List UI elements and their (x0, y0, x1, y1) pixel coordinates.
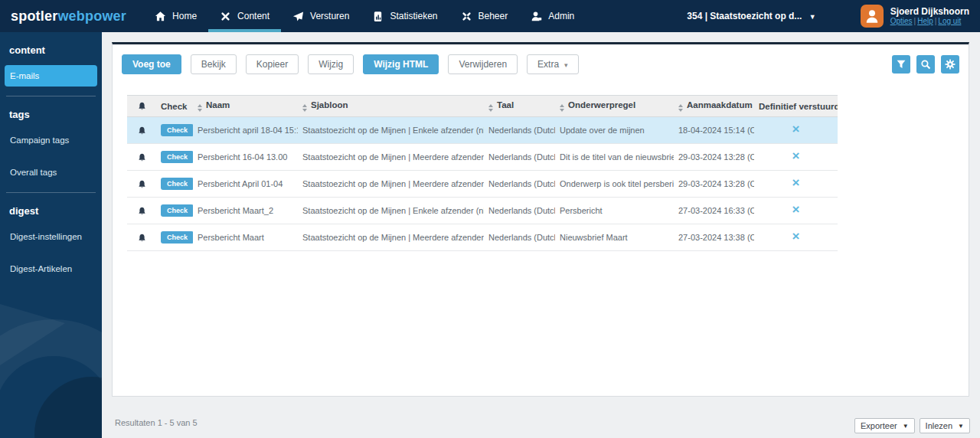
account-selector[interactable]: 354 | Staatstoezicht op d... ▼ (687, 11, 815, 21)
statistics-icon (372, 11, 384, 22)
cell-naam: Persbericht Maart_2 (193, 198, 298, 224)
check-button[interactable]: Check (161, 178, 193, 190)
nav-item-admin[interactable]: Admin (519, 0, 586, 32)
notification-bell-icon (138, 205, 146, 214)
edit-button[interactable]: Wijzig (308, 54, 354, 74)
nav-item-versturen[interactable]: Versturen (281, 0, 361, 32)
cell-aanmaakdatum: 29-03-2024 13:28 (CET) (674, 144, 754, 171)
cell-onderwerpregel: Onderwerp is ook titel persbericht (555, 171, 674, 198)
avatar[interactable] (861, 5, 884, 28)
row-bell-cell[interactable] (127, 117, 156, 144)
main-panel: Voeg toe Bekijk Kopieer Wijzig Wijzig HT… (112, 42, 969, 397)
import-select[interactable]: Inlezen ▼ (920, 418, 970, 433)
app-logo: spotlerwebpower (11, 8, 126, 25)
help-link[interactable]: Help (917, 17, 933, 25)
cell-onderwerpregel: Nieuwsbrief Maart (555, 224, 674, 251)
results-count: Resultaten 1 - 5 van 5 (115, 418, 198, 427)
sidebar-heading-content: content (0, 32, 102, 64)
nav-label: Home (172, 11, 197, 21)
check-button[interactable]: Check (161, 204, 193, 217)
extra-dropdown-button[interactable]: Extra▾ (527, 54, 579, 74)
table-row[interactable]: Check Persbericht 16-04 13.00 Staatstoez… (127, 144, 838, 171)
notification-bell-icon (138, 101, 146, 110)
cell-taal: Nederlands (Dutch) (484, 224, 555, 251)
logout-link[interactable]: Log uit (938, 17, 961, 25)
home-icon (155, 11, 166, 22)
logo-spotler: spotler (11, 8, 57, 24)
sidebar-item-digest-artikelen[interactable]: Digest-Artikelen (5, 258, 97, 279)
cell-onderwerpregel: Update over de mijnen (555, 117, 674, 144)
search-button[interactable] (916, 55, 935, 74)
row-bell-cell[interactable] (127, 198, 156, 224)
row-bell-cell[interactable] (127, 144, 156, 171)
sort-icon (198, 104, 202, 112)
row-check-cell: Check (156, 117, 193, 144)
column-label: Naam (206, 100, 230, 110)
nav-label: Versturen (310, 11, 349, 21)
chevron-down-icon: ▼ (809, 13, 816, 21)
gear-icon (945, 59, 956, 70)
cell-naam: Persbericht April 01-04 (193, 171, 298, 198)
not-sent-icon: × (792, 122, 800, 136)
row-bell-cell[interactable] (127, 224, 156, 251)
edit-html-button[interactable]: Wijzig HTML (363, 54, 439, 74)
table-row[interactable]: Check Persbericht April 01-04 Staatstoez… (127, 171, 838, 198)
export-select[interactable]: Exporteer ▼ (854, 418, 915, 433)
column-header-check[interactable]: Check (156, 96, 193, 117)
filter-button[interactable] (892, 55, 910, 74)
copy-button[interactable]: Kopieer (246, 54, 299, 74)
cell-naam: Persbericht 16-04 13.00 (193, 144, 298, 171)
nav-item-beheer[interactable]: Beheer (449, 0, 520, 32)
link-separator: | (914, 17, 916, 25)
view-button[interactable]: Bekijk (191, 54, 237, 74)
column-header-onderwerpregel[interactable]: Onderwerpregel (555, 96, 674, 117)
account-selector-label: 354 | Staatstoezicht op d... (687, 11, 802, 21)
not-sent-icon: × (792, 229, 800, 244)
table-row[interactable]: Check Persbericht Maart Staatstoezicht o… (127, 224, 838, 251)
cell-sjabloon: Staatstoezicht op de Mijnen | Meerdere a… (298, 144, 484, 171)
sidebar-item-digest-instellingen[interactable]: Digest-instellingen (5, 226, 97, 247)
table-row[interactable]: Check Persbericht Maart_2 Staatstoezicht… (127, 198, 838, 224)
export-select-label: Exporteer (861, 421, 897, 430)
check-button[interactable]: Check (161, 151, 193, 163)
check-button[interactable]: Check (161, 124, 193, 136)
column-label: Taal (497, 100, 514, 110)
cell-sjabloon: Staatstoezicht op de Mijnen | Enkele afz… (298, 117, 484, 144)
sort-icon (302, 104, 307, 112)
settings-button[interactable] (941, 55, 959, 74)
sidebar-item-overall-tags[interactable]: Overall tags (5, 162, 97, 183)
sort-icon (560, 104, 564, 112)
top-navbar: spotlerwebpower Home Content Versturen S… (0, 0, 980, 32)
emails-table: Check Naam Sjabloon Taal Onderwerpregel … (127, 95, 838, 251)
cell-definitief: × (754, 224, 838, 251)
cell-naam: Persbericht april 18-04 15:13 (193, 117, 298, 144)
table-row[interactable]: Check Persbericht april 18-04 15:13 Staa… (127, 117, 838, 144)
notification-bell-icon (138, 152, 146, 161)
nav-item-home[interactable]: Home (143, 0, 208, 32)
check-button[interactable]: Check (161, 231, 193, 244)
row-check-cell: Check (156, 144, 193, 171)
nav-item-statistieken[interactable]: Statistieken (361, 0, 449, 32)
sidebar-item-emails[interactable]: E-mails (5, 65, 97, 87)
not-sent-icon: × (792, 149, 800, 163)
column-header-bell[interactable] (127, 96, 156, 117)
column-header-aanmaakdatum[interactable]: Aanmaakdatum (674, 96, 754, 117)
cell-definitief: × (754, 198, 838, 224)
column-header-naam[interactable]: Naam (193, 96, 298, 117)
cell-sjabloon: Staatstoezicht op de Mijnen | Meerdere a… (298, 171, 484, 198)
nav-item-content[interactable]: Content (208, 0, 281, 32)
add-button[interactable]: Voeg toe (122, 54, 181, 74)
column-header-taal[interactable]: Taal (484, 96, 555, 117)
delete-button[interactable]: Verwijderen (448, 54, 518, 74)
opties-link[interactable]: Opties (890, 17, 913, 25)
row-bell-cell[interactable] (127, 171, 156, 198)
row-check-cell: Check (156, 224, 193, 251)
sidebar-item-campaign-tags[interactable]: Campaign tags (5, 129, 97, 151)
user-links: Opties|Help|Log uit (890, 17, 969, 26)
user-meta: Sjoerd Dijkshoorn Opties|Help|Log uit (890, 6, 969, 26)
avatar-person-icon (864, 8, 880, 24)
sort-icon (678, 104, 683, 112)
admin-user-icon (531, 11, 542, 22)
not-sent-icon: × (792, 202, 800, 217)
column-header-sjabloon[interactable]: Sjabloon (298, 96, 484, 117)
